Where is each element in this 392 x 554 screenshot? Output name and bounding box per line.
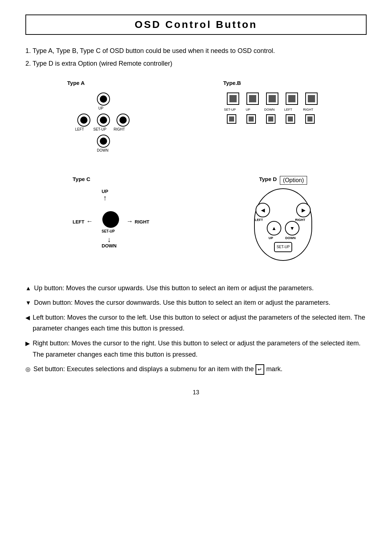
type-a-left-btn bbox=[77, 114, 90, 127]
type-a-right-btn bbox=[117, 114, 130, 127]
type-b-down-btn bbox=[266, 93, 278, 105]
bullet-up: ▲ Up button: Moves the cursor upwards. U… bbox=[25, 283, 367, 294]
bullet-up-text: Up button: Moves the cursor upwards. Use… bbox=[34, 283, 367, 294]
bullet-right-text: Right button: Moves the cursor to the ri… bbox=[33, 338, 367, 360]
diagrams-row-2: Type C UP ↑ LEFT ← SET-UP → RIGHT ↓ bbox=[25, 176, 367, 268]
type-b-label: Type.B bbox=[223, 80, 241, 86]
intro-list: 1. Type A, Type B, Type C of OSD button … bbox=[25, 46, 367, 69]
bullet-right: ▶ Right button: Moves the cursor to the … bbox=[25, 338, 367, 360]
type-c-col: Type C UP ↑ LEFT ← SET-UP → RIGHT ↓ bbox=[73, 176, 152, 261]
bullet-set: ◎ Set button: Executes selections and di… bbox=[25, 364, 367, 375]
page-title-box: OSD Control Button bbox=[25, 15, 367, 35]
type-a-down-label: DOWN bbox=[97, 148, 109, 152]
type-b-down-label: DOWN bbox=[264, 108, 275, 111]
bullet-down-symbol: ▼ bbox=[25, 298, 31, 308]
type-c-diagram: UP ↑ LEFT ← SET-UP → RIGHT ↓ DOWN bbox=[73, 189, 152, 261]
type-a-col: Type A UP LEFT SET-UP RIGHT bbox=[67, 80, 140, 161]
type-d-diagram: ◀ LEFT ▶ RIGHT ▲ UP ▼ DOWN SET-UP bbox=[247, 188, 319, 268]
type-b-up-label: UP bbox=[246, 108, 250, 111]
bullet-down-text: Down button: Moves the cursor downwards.… bbox=[34, 297, 367, 308]
type-b-left-label: LEFT bbox=[284, 108, 292, 111]
type-a-left-label: LEFT bbox=[75, 127, 84, 131]
type-c-setup-btn bbox=[102, 211, 119, 228]
type-d-col: Type D (Option) ◀ LEFT ▶ RIGHT ▲ UP ▼ DO… bbox=[247, 176, 319, 268]
type-b-row2-btn4 bbox=[286, 114, 295, 124]
type-b-row2-btn3 bbox=[266, 114, 275, 124]
type-b-col: Type.B SET-UP UP DOWN LEFT bbox=[223, 80, 325, 140]
type-d-up-btn: ▲ bbox=[267, 221, 281, 235]
type-c-setup-label: SET-UP bbox=[102, 229, 115, 233]
bullet-left: ◀ Left button: Moves the cursor to the l… bbox=[25, 312, 367, 334]
type-b-right-btn bbox=[305, 93, 318, 105]
type-d-label: Type D bbox=[259, 176, 277, 182]
page-title: OSD Control Button bbox=[135, 19, 257, 30]
type-a-up-btn bbox=[97, 93, 110, 106]
type-a-up-label: UP bbox=[98, 106, 103, 110]
type-c-left-arrow: ← bbox=[86, 218, 93, 225]
type-a-label: Type A bbox=[67, 80, 85, 86]
type-c-up-label: UP bbox=[102, 189, 108, 194]
type-d-up-label: UP bbox=[269, 236, 273, 240]
type-c-down-arrow: ↓ bbox=[102, 236, 117, 243]
type-a-setup-label: SET-UP bbox=[93, 127, 106, 131]
bullet-set-pre: Set button: Executes selections and disp… bbox=[33, 365, 254, 373]
intro-item-1: 1. Type A, Type B, Type C of OSD button … bbox=[25, 46, 367, 56]
page-number: 13 bbox=[25, 389, 367, 396]
type-b-right-label: RIGHT bbox=[303, 108, 313, 111]
type-b-up-btn bbox=[246, 93, 259, 105]
bullet-left-text: Left button: Moves the cursor to the lef… bbox=[33, 312, 367, 334]
type-c-down-area: ↓ DOWN bbox=[102, 236, 117, 249]
type-d-option: (Option) bbox=[280, 176, 307, 185]
type-c-right-label: RIGHT bbox=[135, 219, 149, 225]
type-b-setup-label: SET-UP bbox=[224, 108, 236, 111]
diagrams-row: Type A UP LEFT SET-UP RIGHT bbox=[25, 80, 367, 161]
type-b-setup-btn bbox=[227, 93, 239, 105]
type-d-right-label: RIGHT bbox=[295, 218, 305, 222]
intro-item-2: 2. Type D is extra Option (wired Remote … bbox=[25, 58, 367, 69]
type-d-right-btn: ▶ bbox=[296, 203, 311, 217]
type-b-left-btn bbox=[286, 93, 298, 105]
type-b-diagram: SET-UP UP DOWN LEFT RIGHT bbox=[223, 89, 325, 140]
bullet-list: ▲ Up button: Moves the cursor upwards. U… bbox=[25, 283, 367, 375]
type-c-left-label: LEFT bbox=[73, 219, 85, 225]
type-a-setup-btn bbox=[97, 114, 110, 127]
type-c-right-area: → RIGHT bbox=[126, 218, 149, 225]
type-a-down-btn bbox=[97, 135, 110, 148]
bullet-set-symbol: ◎ bbox=[25, 364, 30, 374]
type-c-left-area: LEFT ← bbox=[73, 218, 93, 225]
bullet-right-symbol: ▶ bbox=[25, 338, 30, 348]
type-a-right-label: RIGHT bbox=[114, 127, 125, 131]
bullet-up-symbol: ▲ bbox=[25, 283, 31, 293]
bullet-set-text: Set button: Executes selections and disp… bbox=[33, 364, 367, 375]
type-d-left-label: LEFT bbox=[255, 218, 263, 222]
type-d-down-label: DOWN bbox=[285, 236, 296, 240]
type-b-row2-btn5 bbox=[305, 114, 315, 124]
type-b-row2-btn2 bbox=[246, 114, 256, 124]
type-d-down-btn: ▼ bbox=[285, 221, 299, 235]
type-c-down-label: DOWN bbox=[102, 243, 117, 249]
type-d-setup-btn: SET-UP bbox=[274, 242, 292, 252]
type-c-up-area: UP ↑ bbox=[102, 189, 108, 201]
type-c-right-arrow: → bbox=[126, 218, 135, 225]
type-c-label: Type C bbox=[73, 176, 90, 182]
type-b-row2-btn1 bbox=[227, 114, 236, 124]
type-c-up-arrow: ↑ bbox=[102, 194, 108, 201]
bullet-left-symbol: ◀ bbox=[25, 313, 30, 323]
type-d-left-btn: ◀ bbox=[256, 203, 270, 217]
bullet-set-post: mark. bbox=[266, 365, 282, 373]
enter-icon: ↵ bbox=[256, 364, 264, 375]
type-d-header: Type D (Option) bbox=[259, 176, 307, 185]
type-a-diagram: UP LEFT SET-UP RIGHT DOWN bbox=[67, 89, 140, 161]
bullet-down: ▼ Down button: Moves the cursor downward… bbox=[25, 297, 367, 308]
